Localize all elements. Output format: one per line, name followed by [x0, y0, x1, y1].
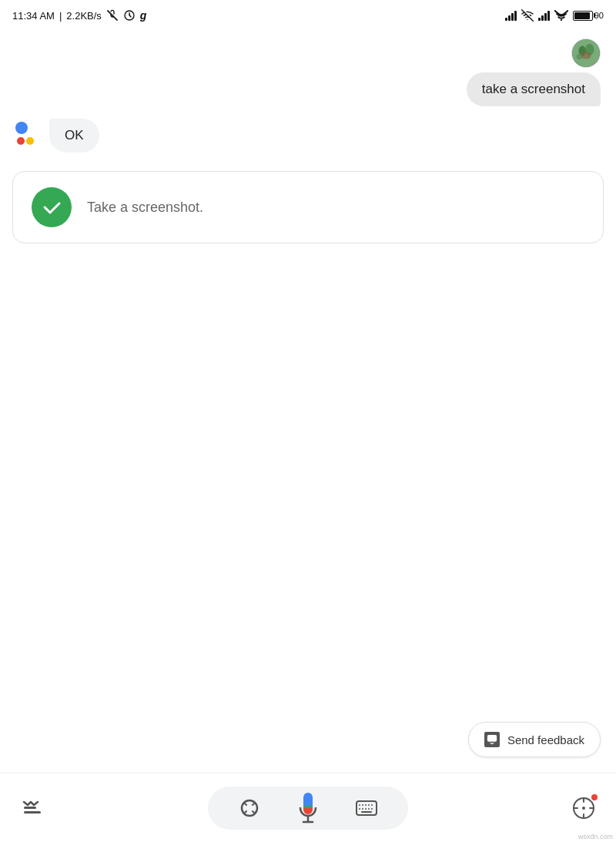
svg-point-11: [242, 800, 257, 816]
assistant-message-wrapper: OK: [12, 119, 604, 153]
user-message-text: take a screenshot: [482, 82, 585, 96]
ga-dot-yellow: [26, 137, 34, 145]
svg-line-0: [108, 11, 117, 20]
ga-dot-red: [17, 137, 25, 145]
google-assistant-logo: [15, 122, 40, 146]
keyboard-button[interactable]: [350, 791, 383, 825]
send-feedback-button[interactable]: Send feedback: [468, 722, 601, 757]
feedback-icon: [484, 732, 500, 747]
ga-dot-blue: [15, 122, 28, 134]
menu-icon: [22, 797, 43, 819]
network-speed: 2.2KB/s: [66, 10, 102, 22]
user-message-wrapper: take a screenshot: [12, 39, 604, 106]
action-card-text: Take a screenshot.: [87, 200, 203, 216]
svg-line-15: [253, 811, 254, 813]
lens-button[interactable]: [233, 791, 266, 825]
time: 11:34 AM: [12, 10, 55, 22]
action-card: Take a screenshot.: [12, 171, 604, 243]
send-feedback-label: Send feedback: [507, 733, 584, 746]
bottom-toolbar: [0, 773, 616, 842]
microphone-button[interactable]: [291, 791, 325, 825]
svg-point-35: [582, 807, 585, 810]
chat-container: take a screenshot OK Take a screenshot.: [0, 31, 616, 773]
svg-line-14: [245, 811, 246, 813]
toolbar-pill: [208, 787, 408, 830]
checkmark-icon: [32, 187, 72, 227]
data-icon: [521, 9, 534, 22]
battery-indicator: 90: [573, 11, 604, 21]
compass-button[interactable]: [567, 791, 601, 825]
svg-rect-22: [357, 801, 377, 815]
status-left: 11:34 AM | 2.2KB/s g: [12, 9, 146, 22]
assistant-message-bubble: OK: [49, 119, 99, 153]
svg-rect-8: [487, 735, 497, 742]
signal-icon-2: [538, 10, 550, 21]
battery-percent: 90: [594, 11, 604, 20]
user-message-bubble: take a screenshot: [467, 72, 601, 106]
svg-line-12: [245, 803, 246, 805]
clock-icon: [123, 9, 136, 22]
assistant-message-text: OK: [65, 128, 84, 143]
svg-point-7: [577, 54, 583, 60]
svg-line-13: [253, 803, 254, 805]
g-icon: g: [140, 9, 147, 22]
status-bar: 11:34 AM | 2.2KB/s g: [0, 0, 616, 31]
separator: |: [59, 10, 62, 22]
user-avatar: [571, 39, 601, 68]
mute-icon: [106, 9, 119, 22]
svg-point-6: [581, 52, 591, 59]
svg-rect-9: [24, 811, 41, 813]
svg-rect-10: [24, 807, 36, 809]
wifi-icon: [554, 10, 568, 21]
menu-button[interactable]: [15, 791, 49, 825]
compass-notification-badge: [590, 793, 599, 802]
keyboard-icon: [356, 800, 377, 816]
lens-icon: [239, 797, 260, 819]
microphone-icon: [296, 791, 320, 825]
signal-icon: [505, 10, 517, 21]
status-right: 90: [505, 9, 604, 22]
svg-point-2: [561, 19, 562, 21]
watermark: wsxdn.com: [578, 833, 613, 840]
assistant-icon: [12, 119, 43, 149]
